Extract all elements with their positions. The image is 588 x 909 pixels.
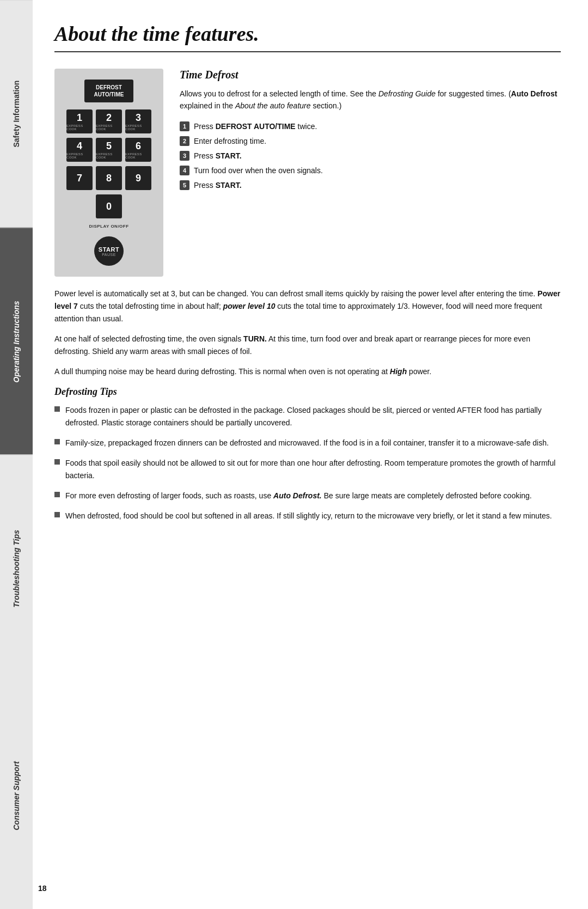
key-3[interactable]: 3 EXPRESS COOK: [125, 109, 151, 133]
start-button[interactable]: START PAUSE: [94, 236, 124, 266]
bullet-item-3: Foods that spoil easily should not be al…: [54, 457, 561, 482]
sidebar-item-troubleshooting[interactable]: Troubleshooting Tips: [0, 455, 33, 682]
content-top: DEFROST AUTO/TIME 1 EXPRESS COOK 2 EXPRE…: [54, 69, 561, 277]
keypad-row-3: 7 8 9: [66, 166, 151, 190]
keypad-row-2: 4 EXPRESS COOK 5 EXPRESS COOK 6 EXPRESS …: [66, 138, 151, 162]
page-number: 18: [38, 884, 47, 893]
step-text-5: Press START.: [194, 180, 242, 191]
sidebar-item-operating[interactable]: Operating Instructions: [0, 228, 33, 455]
keypad-row-0: 0: [96, 194, 122, 218]
time-defrost-title: Time Defrost: [180, 69, 561, 81]
bullet-item-5: When defrosted, food should be cool but …: [54, 510, 561, 522]
defrosting-tips-title: Defrosting Tips: [54, 386, 561, 398]
key-7[interactable]: 7: [66, 166, 93, 190]
body-para-1: Power level is automatically set at 3, b…: [54, 288, 561, 325]
key-8[interactable]: 8: [96, 166, 122, 190]
body-section: Power level is automatically set at 3, b…: [54, 288, 561, 522]
step-1: 1 Press DEFROST AUTO/TIME twice.: [180, 121, 561, 132]
start-label: START: [99, 246, 119, 253]
bullet-text-5: When defrosted, food should be cool but …: [65, 510, 552, 522]
sidebar-label-safety: Safety Information: [12, 81, 21, 148]
sidebar: Safety Information Operating Instruction…: [0, 0, 33, 909]
step-3: 3 Press START.: [180, 150, 561, 162]
pause-label: PAUSE: [102, 253, 116, 257]
bullet-icon-3: [54, 459, 60, 465]
sidebar-item-consumer[interactable]: Consumer Support: [0, 682, 33, 910]
steps-list: 1 Press DEFROST AUTO/TIME twice. 2 Enter…: [180, 121, 561, 191]
body-para-3: A dull thumping noise may be heard durin…: [54, 365, 561, 378]
body-para-2: At one half of selected defrosting time,…: [54, 333, 561, 358]
bullet-text-2: Family-size, prepackaged frozen dinners …: [65, 437, 549, 449]
step-text-4: Turn food over when the oven signals.: [194, 165, 323, 176]
step-4: 4 Turn food over when the oven signals.: [180, 165, 561, 176]
bullet-text-1: Foods frozen in paper or plastic can be …: [65, 404, 561, 429]
sidebar-label-consumer: Consumer Support: [12, 761, 21, 830]
step-number-1: 1: [180, 121, 189, 131]
step-text-2: Enter defrosting time.: [194, 136, 266, 147]
defrost-button[interactable]: DEFROST AUTO/TIME: [84, 80, 133, 102]
keypad-panel: DEFROST AUTO/TIME 1 EXPRESS COOK 2 EXPRE…: [54, 69, 163, 277]
bullet-icon-5: [54, 512, 60, 517]
bullet-text-3: Foods that spoil easily should not be al…: [65, 457, 561, 482]
bullet-item-1: Foods frozen in paper or plastic can be …: [54, 404, 561, 429]
step-number-3: 3: [180, 151, 189, 161]
sidebar-label-operating: Operating Instructions: [12, 301, 21, 382]
key-2[interactable]: 2 EXPRESS COOK: [96, 109, 122, 133]
step-2: 2 Enter defrosting time.: [180, 136, 561, 147]
key-9[interactable]: 9: [125, 166, 151, 190]
key-0[interactable]: 0: [96, 194, 122, 218]
main-content: About the time features. DEFROST AUTO/TI…: [33, 0, 588, 909]
step-number-5: 5: [180, 180, 189, 190]
bullet-icon-4: [54, 492, 60, 497]
step-text-1: Press DEFROST AUTO/TIME twice.: [194, 121, 317, 132]
key-4[interactable]: 4 EXPRESS COOK: [66, 138, 93, 162]
bullet-icon-2: [54, 439, 60, 444]
sidebar-label-troubleshooting: Troubleshooting Tips: [12, 530, 21, 608]
bullet-item-4: For more even defrosting of larger foods…: [54, 490, 561, 502]
bullet-list: Foods frozen in paper or plastic can be …: [54, 404, 561, 523]
step-number-2: 2: [180, 136, 189, 146]
key-6[interactable]: 6 EXPRESS COOK: [125, 138, 151, 162]
key-5[interactable]: 5 EXPRESS COOK: [96, 138, 122, 162]
sidebar-item-safety[interactable]: Safety Information: [0, 0, 33, 228]
page-title: About the time features.: [54, 22, 561, 52]
bullet-text-4: For more even defrosting of larger foods…: [65, 490, 532, 502]
time-defrost-intro: Allows you to defrost for a selected len…: [180, 88, 561, 112]
step-5: 5 Press START.: [180, 180, 561, 191]
display-label: DISPLAY ON/OFF: [89, 224, 128, 229]
step-text-3: Press START.: [194, 150, 242, 162]
keypad-row-1: 1 EXPRESS COOK 2 EXPRESS COOK 3 EXPRESS …: [66, 109, 151, 133]
right-content: Time Defrost Allows you to defrost for a…: [180, 69, 561, 277]
bullet-icon-1: [54, 406, 60, 412]
key-1[interactable]: 1 EXPRESS COOK: [66, 109, 93, 133]
bullet-item-2: Family-size, prepackaged frozen dinners …: [54, 437, 561, 449]
step-number-4: 4: [180, 166, 189, 175]
